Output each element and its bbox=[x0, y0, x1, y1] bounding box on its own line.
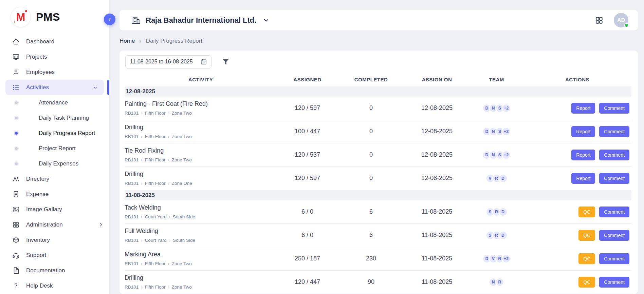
team-extra-badge[interactable]: +2 bbox=[502, 254, 511, 263]
qc-button[interactable]: QC bbox=[578, 277, 595, 288]
activity-path: RB101›Fifth Floor›Zone Two bbox=[125, 157, 277, 162]
row-actions: ReportComment bbox=[523, 126, 631, 137]
sidebar-item-activities[interactable]: Activities bbox=[5, 80, 104, 95]
sidebar-item-dashboard[interactable]: Dashboard bbox=[0, 34, 109, 49]
breadcrumb: Home › Daily Progress Report bbox=[119, 37, 638, 45]
sidebar-item-projects[interactable]: Projects bbox=[0, 49, 109, 64]
activity-name: Tack Welding bbox=[125, 204, 277, 211]
activity-row: Painting - First Coat (Fire Red)RB101›Fi… bbox=[125, 97, 631, 120]
path-segment: Fifth Floor bbox=[145, 261, 166, 266]
sidebar-subitem-daily-progress-report[interactable]: Daily Progress Report bbox=[0, 125, 109, 141]
sidebar-subitem-label: Daily Task Planning bbox=[39, 115, 89, 121]
activity-path: RB101›Fifth Floor›Zone Two bbox=[125, 134, 277, 139]
sidebar-item-directory[interactable]: Directory bbox=[0, 171, 109, 187]
assigned-value: 120 / 537 bbox=[277, 151, 338, 158]
directory-icon bbox=[12, 175, 20, 183]
sidebar-item-administration[interactable]: Administration bbox=[0, 217, 109, 232]
comment-button[interactable]: Comment bbox=[599, 173, 629, 184]
sidebar-subitem-label: Project Report bbox=[39, 145, 76, 152]
date-range-input[interactable]: 11-08-2025 to 16-08-2025 bbox=[125, 55, 211, 68]
qc-button[interactable]: QC bbox=[578, 230, 595, 241]
sidebar-item-expense[interactable]: Expense bbox=[0, 187, 109, 202]
activity-row: Full WeldingRB101›Court Yard›South Side6… bbox=[125, 224, 631, 247]
row-actions: QCComment bbox=[523, 230, 631, 241]
comment-button[interactable]: Comment bbox=[599, 230, 629, 241]
building-icon bbox=[132, 16, 141, 25]
chevron-right-icon: › bbox=[168, 111, 169, 116]
comment-button[interactable]: Comment bbox=[599, 103, 629, 114]
comment-button[interactable]: Comment bbox=[599, 253, 629, 264]
row-actions: QCComment bbox=[523, 207, 631, 217]
chevron-right-icon bbox=[98, 222, 104, 228]
chevron-right-icon: › bbox=[168, 157, 169, 162]
activity-row: Tie Rod FixingRB101›Fifth Floor›Zone Two… bbox=[125, 143, 631, 167]
chevron-right-icon: › bbox=[141, 214, 142, 219]
user-avatar[interactable]: AD bbox=[614, 13, 628, 27]
activities-icon bbox=[12, 83, 20, 92]
sidebar-subitem-label: Daily Expenses bbox=[39, 160, 78, 167]
sidebar-subitem-label: Daily Progress Report bbox=[39, 130, 95, 137]
path-segment: Zone Two bbox=[172, 134, 192, 139]
qc-button[interactable]: QC bbox=[578, 207, 595, 217]
team-avatar[interactable]: D bbox=[499, 208, 508, 216]
team-extra-badge[interactable]: +2 bbox=[502, 127, 511, 136]
comment-button[interactable]: Comment bbox=[599, 207, 629, 217]
content-card: 11-08-2025 to 16-08-2025 ACTIVITYASSIGNE… bbox=[119, 51, 638, 294]
sidebar-item-help-desk[interactable]: Help Desk bbox=[0, 278, 109, 293]
path-segment: RB101 bbox=[125, 111, 139, 116]
activity-name: Drilling bbox=[125, 274, 277, 281]
company-selector[interactable]: Raja Bahadur International Ltd. bbox=[132, 16, 270, 25]
chevron-right-icon: › bbox=[141, 157, 142, 162]
path-segment: Zone Two bbox=[172, 285, 192, 290]
sidebar-item-employees[interactable]: Employees bbox=[0, 64, 109, 80]
sidebar-subitem-project-report[interactable]: Project Report bbox=[0, 141, 109, 156]
team-avatar[interactable]: D bbox=[499, 174, 508, 183]
comment-button[interactable]: Comment bbox=[599, 277, 629, 288]
sidebar-item-label: Support bbox=[26, 252, 47, 259]
filter-funnel-icon[interactable] bbox=[222, 58, 230, 66]
report-button[interactable]: Report bbox=[571, 173, 595, 184]
team-extra-badge[interactable]: +2 bbox=[502, 151, 511, 159]
chevron-right-icon: › bbox=[168, 285, 169, 290]
path-segment: Zone One bbox=[172, 181, 192, 186]
completed-value: 0 bbox=[338, 104, 404, 112]
gallery-icon bbox=[12, 205, 20, 214]
report-button[interactable]: Report bbox=[571, 150, 595, 160]
activity-path: RB101›Fifth Floor›Zone Two bbox=[125, 261, 277, 266]
sidebar-item-label: Expense bbox=[26, 191, 49, 198]
chevron-right-icon: › bbox=[168, 261, 169, 266]
assign-on-value: 11-08-2025 bbox=[404, 255, 470, 262]
comment-button[interactable]: Comment bbox=[599, 150, 629, 160]
qc-button[interactable]: QC bbox=[578, 253, 595, 264]
team-extra-badge[interactable]: +2 bbox=[502, 104, 511, 113]
path-segment: RB101 bbox=[125, 238, 139, 243]
team-avatars: DNS+2 bbox=[470, 127, 523, 136]
sidebar-item-label: Inventory bbox=[26, 237, 50, 243]
report-button[interactable]: Report bbox=[571, 103, 595, 114]
assign-on-value: 11-08-2025 bbox=[404, 278, 470, 286]
comment-button[interactable]: Comment bbox=[599, 126, 629, 137]
sidebar-item-support[interactable]: Support bbox=[0, 248, 109, 263]
sidebar-item-image-gallary[interactable]: Image Gallary bbox=[0, 202, 109, 217]
progress-table: ACTIVITYASSIGNEDCOMPLETEDASSIGN ONTEAMAC… bbox=[125, 73, 631, 294]
team-avatar[interactable]: R bbox=[495, 278, 504, 287]
column-header-team: TEAM bbox=[470, 77, 523, 82]
activity-path: RB101›Court Yard›South Side bbox=[125, 214, 277, 219]
sidebar-item-documentation[interactable]: Documentation bbox=[0, 263, 109, 278]
sidebar-subitem-daily-expenses[interactable]: Daily Expenses bbox=[0, 156, 109, 171]
sidebar-subitem-daily-task-planning[interactable]: Daily Task Planning bbox=[0, 110, 109, 125]
assign-on-value: 11-08-2025 bbox=[404, 208, 470, 215]
sidebar-collapse-button[interactable]: ‹ bbox=[104, 14, 115, 25]
sidebar-item-inventory[interactable]: Inventory bbox=[0, 232, 109, 248]
column-header-assigned: ASSIGNED bbox=[277, 77, 338, 82]
calendar-icon bbox=[200, 58, 207, 65]
row-actions: ReportComment bbox=[523, 150, 631, 160]
team-avatar[interactable]: D bbox=[499, 231, 508, 240]
breadcrumb-home-link[interactable]: Home bbox=[119, 38, 135, 44]
report-button[interactable]: Report bbox=[571, 126, 595, 137]
app-logo-icon: M bbox=[11, 7, 31, 27]
filter-row: 11-08-2025 to 16-08-2025 bbox=[125, 55, 632, 68]
apps-grid-icon[interactable] bbox=[595, 16, 604, 25]
sidebar-subitem-attendance[interactable]: Attendance bbox=[0, 95, 109, 110]
sidebar-item-label: Projects bbox=[26, 54, 47, 60]
